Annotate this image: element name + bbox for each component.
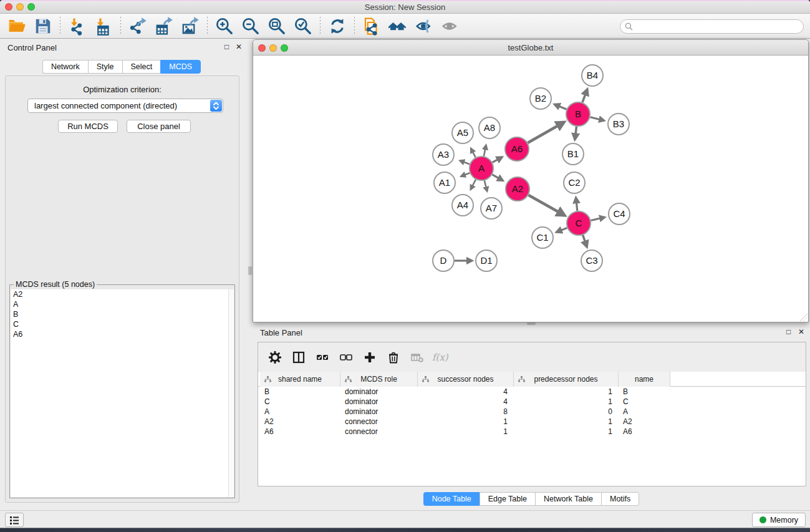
- tab-network-table[interactable]: Network Table: [535, 492, 601, 506]
- import-network-icon[interactable]: [67, 16, 88, 37]
- window-titlebar[interactable]: Session: New Session: [0, 0, 810, 14]
- save-session-icon[interactable]: [32, 16, 54, 37]
- column-header-MCDS-role[interactable]: MCDS role: [340, 372, 418, 387]
- zoom-out-icon[interactable]: [240, 16, 261, 37]
- network-window-titlebar[interactable]: testGlobe.txt: [253, 40, 808, 56]
- graph-edge-C-C3[interactable]: [583, 235, 587, 247]
- close-panel-button[interactable]: Close panel: [127, 120, 191, 133]
- list-item[interactable]: A2: [11, 289, 230, 299]
- clone-network-icon[interactable]: [361, 16, 382, 37]
- search-field[interactable]: [620, 19, 804, 34]
- graph-node-label-C: C: [576, 218, 582, 228]
- graph-edge-B-B2[interactable]: [554, 104, 567, 109]
- function-builder-icon: f(x): [432, 348, 450, 367]
- mcds-result-list[interactable]: A2ABCA6: [11, 289, 230, 497]
- graph-node-label-B2: B2: [535, 93, 546, 104]
- table-float-panel-icon[interactable]: □: [786, 327, 791, 336]
- list-item[interactable]: B: [11, 309, 230, 319]
- zoom-in-icon[interactable]: [214, 16, 235, 37]
- refresh-icon[interactable]: [327, 16, 348, 37]
- columns-icon[interactable]: [289, 348, 308, 367]
- table-row[interactable]: Bdominator41B: [258, 387, 806, 397]
- table-cell: connector: [340, 427, 418, 437]
- graph-edge-C-C1[interactable]: [556, 228, 567, 232]
- graph-edge-A-A4[interactable]: [471, 180, 476, 190]
- task-history-button[interactable]: [5, 513, 24, 527]
- zoom-fit-icon[interactable]: [266, 16, 287, 37]
- column-header-predecessor-nodes[interactable]: predecessor nodes: [514, 372, 619, 387]
- home-icon[interactable]: [387, 16, 408, 37]
- graph-edge-B-B1[interactable]: [575, 127, 577, 140]
- network-resize-handle[interactable]: [800, 314, 808, 321]
- graph-edge-A6-B[interactable]: [528, 122, 564, 143]
- table-row[interactable]: Cdominator41C: [258, 397, 806, 407]
- graph-node-label-A2: A2: [512, 183, 523, 194]
- criterion-dropdown[interactable]: largest connected component (directed): [27, 99, 223, 113]
- network-canvas[interactable]: AA2A6BCA1A3A4A5A7A8B1B2B3B4C1C2C3C4DD1: [253, 56, 808, 322]
- zoom-selected-icon[interactable]: [292, 16, 314, 37]
- table-row[interactable]: Adominator80A: [258, 407, 806, 417]
- network-graph[interactable]: AA2A6BCA1A3A4A5A7A8B1B2B3B4C1C2C3C4DD1: [253, 56, 808, 322]
- export-table-icon[interactable]: [153, 16, 175, 37]
- graph-edge-A-A2[interactable]: [492, 175, 503, 181]
- graph-edge-A-A1[interactable]: [461, 173, 470, 177]
- graph-edge-B-B4[interactable]: [582, 89, 587, 102]
- tab-select[interactable]: Select: [122, 60, 161, 74]
- tab-mcds[interactable]: MCDS: [160, 60, 201, 74]
- tab-style[interactable]: Style: [88, 60, 122, 74]
- main-toolbar: [0, 14, 810, 39]
- deselect-all-icon[interactable]: [337, 348, 355, 367]
- graph-edge-C-C4[interactable]: [591, 217, 605, 220]
- column-header-name[interactable]: name: [619, 372, 670, 387]
- tab-network[interactable]: Network: [42, 60, 88, 74]
- mcds-list-scrollbar[interactable]: [228, 289, 234, 497]
- column-header-successor-nodes[interactable]: successor nodes: [418, 372, 514, 387]
- hide-details-icon[interactable]: [413, 16, 435, 37]
- float-panel-icon[interactable]: □: [224, 42, 229, 51]
- memory-button[interactable]: Memory: [752, 513, 806, 527]
- list-item[interactable]: A: [11, 299, 230, 309]
- graph-edge-A-A7[interactable]: [485, 180, 487, 191]
- column-header-shared-name[interactable]: shared name: [260, 372, 340, 387]
- export-image-icon[interactable]: [180, 16, 201, 37]
- table-toolbar: f(x): [258, 342, 806, 372]
- table-panel-tabs: Node TableEdge TableNetwork TableMotifs: [253, 492, 810, 506]
- graph-edge-A-A5[interactable]: [471, 148, 476, 157]
- select-all-icon[interactable]: [313, 348, 332, 367]
- open-file-icon[interactable]: [6, 16, 27, 37]
- tab-edge-table[interactable]: Edge Table: [480, 492, 535, 506]
- show-view-icon[interactable]: [440, 16, 461, 37]
- export-network-icon[interactable]: [127, 16, 148, 37]
- toolbar-separator: [354, 17, 355, 36]
- table-cell: 1: [418, 427, 514, 437]
- graph-edge-A2-C[interactable]: [528, 195, 564, 216]
- table-close-panel-icon[interactable]: ✕: [798, 327, 804, 336]
- graph-node-label-A1: A1: [439, 177, 450, 188]
- table-settings-icon[interactable]: [266, 348, 284, 367]
- run-mcds-button[interactable]: Run MCDS: [58, 120, 118, 133]
- graph-edge-C-C2[interactable]: [576, 198, 577, 211]
- search-input[interactable]: [637, 21, 796, 32]
- close-panel-icon[interactable]: ✕: [236, 42, 242, 51]
- table-row[interactable]: A2connector11A2: [258, 417, 806, 427]
- graph-edge-A-A6[interactable]: [493, 157, 503, 163]
- optimization-criterion-label: Optimization criterion:: [6, 85, 239, 94]
- list-item[interactable]: A6: [11, 329, 230, 339]
- graph-edge-B-B3[interactable]: [590, 117, 604, 121]
- tab-motifs[interactable]: Motifs: [601, 492, 639, 506]
- graph-node-label-C1: C1: [536, 232, 548, 243]
- graph-edge-A-A8[interactable]: [484, 145, 486, 157]
- graph-edge-A-A3[interactable]: [460, 161, 470, 165]
- table-row[interactable]: A6connector11A6: [258, 427, 806, 437]
- tab-node-table[interactable]: Node Table: [423, 492, 480, 506]
- list-item[interactable]: C: [11, 319, 230, 329]
- add-column-icon[interactable]: [360, 348, 379, 367]
- graph-node-label-A4: A4: [457, 200, 468, 210]
- table-cell: 1: [418, 417, 514, 427]
- table-cell: B: [260, 387, 340, 397]
- delete-column-icon[interactable]: [384, 348, 403, 367]
- shared-column-icon: [264, 376, 271, 382]
- vertical-splitter-handle[interactable]: [248, 266, 252, 275]
- table-cell: A6: [260, 427, 340, 437]
- import-table-icon[interactable]: [93, 16, 114, 37]
